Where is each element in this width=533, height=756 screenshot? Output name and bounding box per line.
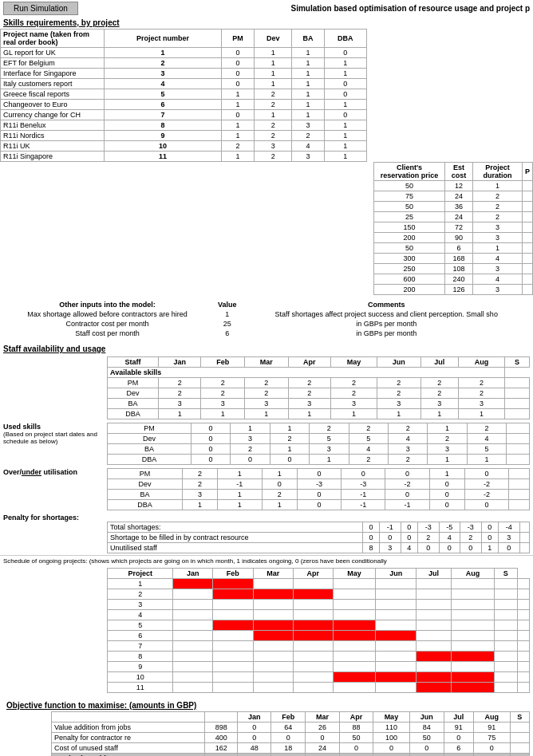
col-duration: Project duration bbox=[473, 163, 523, 181]
ou-cell: 1 bbox=[429, 469, 464, 479]
ou-cell: Dev bbox=[108, 479, 183, 490]
skills-right-cell bbox=[522, 254, 532, 264]
gantt-cell-s bbox=[517, 610, 529, 620]
gantt-cell bbox=[376, 631, 417, 641]
gantt-col-jul: Jul bbox=[417, 569, 452, 579]
skills-area: Project name (taken from real order book… bbox=[0, 29, 533, 295]
skills-cell: Currency change for CH bbox=[1, 110, 105, 120]
used-cell: 4 bbox=[349, 444, 388, 455]
skills-cell: 1 bbox=[324, 152, 366, 162]
skills-section-title: Skills requirements, by project bbox=[0, 17, 533, 29]
table-row: Interface for Singapore30111 bbox=[1, 69, 367, 79]
used-cell: 2 bbox=[231, 444, 270, 455]
obj-value: 100 bbox=[373, 733, 410, 743]
penalty-cell-s bbox=[519, 543, 530, 553]
gantt-cell bbox=[173, 683, 212, 693]
staff-avail-title: Staff availability and usage bbox=[0, 343, 533, 355]
gantt-cell bbox=[494, 662, 517, 672]
skills-right-cell: 50 bbox=[374, 181, 445, 191]
table-row: R11i Singapore111231 bbox=[1, 152, 367, 162]
gantt-cell bbox=[253, 652, 294, 662]
skills-cell: 1 bbox=[324, 141, 366, 152]
table-row: 6002404 bbox=[374, 274, 533, 285]
obj-num: 898 bbox=[205, 723, 238, 733]
gantt-cell bbox=[253, 672, 294, 683]
used-cell-s bbox=[507, 434, 530, 444]
gantt-cell bbox=[494, 610, 517, 620]
gantt-cell bbox=[333, 641, 376, 652]
ou-cell: DBA bbox=[108, 500, 183, 510]
input-row3-label: Staff cost per month bbox=[3, 329, 211, 338]
gantt-cell bbox=[376, 620, 417, 631]
obj-value: 88 bbox=[340, 723, 373, 733]
skills-cell: 3 bbox=[292, 152, 324, 162]
gantt-cell bbox=[212, 683, 253, 693]
avail-cell: 1 bbox=[201, 409, 245, 419]
avail-cell: 1 bbox=[159, 409, 201, 419]
used-cell: 3 bbox=[388, 444, 427, 455]
skills-cell: 6 bbox=[105, 100, 222, 110]
penalty-cell: -3 bbox=[460, 522, 482, 533]
gantt-cell-s bbox=[517, 589, 529, 600]
penalty-cell: -1 bbox=[380, 522, 401, 533]
table-row: Italy customers report40110 bbox=[1, 79, 367, 89]
ou-cell: PM bbox=[108, 469, 183, 479]
skills-cell: EFT for Belgium bbox=[1, 58, 105, 69]
avail-cell: 2 bbox=[201, 378, 245, 388]
skills-cell: 1 bbox=[255, 110, 292, 120]
col-project-name: Project name (taken from real order book… bbox=[1, 30, 105, 48]
used-cell: 0 bbox=[231, 455, 270, 465]
skills-right-table: Client's reservation price Est cost Proj… bbox=[373, 162, 533, 295]
gantt-project-cell: 6 bbox=[108, 631, 173, 641]
penalty-cell: 2 bbox=[460, 533, 482, 543]
skills-right-cell bbox=[522, 243, 532, 254]
skills-cell: 2 bbox=[255, 100, 292, 110]
col-jul: Jul bbox=[420, 357, 458, 368]
gantt-row: 2 bbox=[108, 589, 530, 600]
gantt-cell bbox=[173, 652, 212, 662]
gantt-cell bbox=[376, 600, 417, 610]
gantt-row: 6 bbox=[108, 631, 530, 641]
table-row: R11i Benelux81231 bbox=[1, 120, 367, 131]
input-row1-label: Max shortage allowed before contractors … bbox=[3, 309, 211, 319]
skills-cell: Greece fiscal reports bbox=[1, 89, 105, 100]
gantt-cell bbox=[212, 631, 253, 641]
table-row: R11i Nordics91221 bbox=[1, 131, 367, 141]
used-skills-sublabel: (Based on project start dates and schedu… bbox=[3, 431, 107, 445]
table-row: DBA1110-1-100 bbox=[108, 500, 530, 510]
obj-value: 0 bbox=[306, 733, 340, 743]
inputs-title: Other inputs into the model: bbox=[3, 300, 211, 309]
ou-cell: -2 bbox=[385, 479, 429, 490]
gantt-cell-s bbox=[517, 672, 529, 683]
run-simulation-button[interactable]: Run Simulation bbox=[3, 2, 78, 15]
input-row3-value: 6 bbox=[211, 329, 243, 338]
gantt-cell bbox=[494, 589, 517, 600]
skills-cell: 1 bbox=[255, 58, 292, 69]
skills-left-table: Project name (taken from real order book… bbox=[0, 29, 367, 162]
avail-cell: 2 bbox=[244, 378, 288, 388]
ou-cell: BA bbox=[108, 490, 183, 500]
gantt-cell bbox=[294, 600, 333, 610]
penalty-cell: 0 bbox=[481, 533, 498, 543]
penalty-cell: 0 bbox=[498, 543, 519, 553]
skills-cell: Changeover to Euro bbox=[1, 100, 105, 110]
col-estcost: Est cost bbox=[445, 163, 473, 181]
skills-right-cell: 36 bbox=[445, 202, 473, 212]
table-row: BA02134335 bbox=[108, 444, 530, 455]
skills-right-cell: 1 bbox=[473, 181, 523, 191]
input-row2-comment: in GBPs per month bbox=[243, 319, 530, 329]
skills-right-cell: 240 bbox=[445, 274, 473, 285]
ou-cell: 0 bbox=[297, 490, 341, 500]
table-row: DBA00012211 bbox=[108, 455, 530, 465]
avail-cell: PM bbox=[108, 378, 159, 388]
obj-value: 48 bbox=[238, 743, 271, 754]
skills-right-cell: 300 bbox=[374, 254, 445, 264]
obj-value: 84 bbox=[409, 723, 444, 733]
skills-cell: 1 bbox=[324, 100, 366, 110]
table-row: 50121 bbox=[374, 181, 533, 191]
obj-col-mar: Mar bbox=[306, 712, 340, 723]
gantt-cell bbox=[212, 600, 253, 610]
gantt-cell bbox=[333, 631, 376, 641]
obj-value: 85 bbox=[444, 754, 473, 757]
col-staff: Staff bbox=[108, 357, 159, 368]
